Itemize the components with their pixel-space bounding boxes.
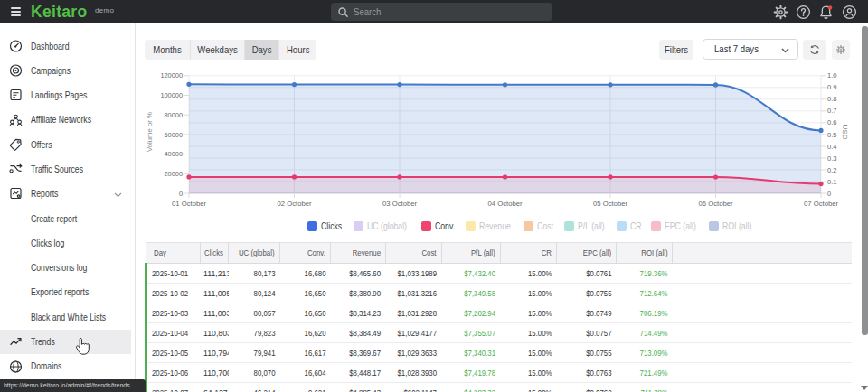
globe-icon [9,359,23,373]
sidebar: DashboardCampaignsLandings PagesAffiliat… [0,23,136,392]
period-select[interactable]: Last 7 days [703,39,798,60]
sidebar-item-black-and-white-lists[interactable]: Black and White Lists [0,304,131,329]
filters-button[interactable]: Filters [659,40,693,60]
legend-item-clicks[interactable]: Clicks [307,221,345,231]
menu-icon[interactable] [11,7,21,16]
table-row[interactable]: 2025-10-03111,00380,05716,650$8,314.23$1… [146,303,852,323]
account-icon[interactable] [842,5,857,20]
legend-item-conv-[interactable]: Conv. [421,221,458,231]
table-row[interactable]: 2025-10-05110,79479,94116,617$8,369.67$1… [146,343,852,363]
sidebar-item-trends[interactable]: Trends [0,330,131,354]
column-header-conv-[interactable]: Conv. [280,243,331,264]
sidebar-item-campaigns[interactable]: Campaigns [0,58,131,82]
search-input[interactable]: Search [331,3,552,21]
sidebar-item-label: Conversions log [31,262,96,273]
tab-hours[interactable]: Hours [279,40,317,60]
cell-uc-global-: 80,057 [229,303,280,323]
sidebar-item-clicks-log[interactable]: Clicks log [0,230,131,255]
legend-item-cr[interactable]: CR [617,221,643,231]
cell-p-l-all-: $7,355.07 [441,323,501,343]
column-header-epc-all-[interactable]: EPC (all) [557,243,617,264]
tab-months[interactable]: Months [145,40,191,60]
settings-icon[interactable] [773,5,788,20]
sidebar-item-label: Reports [31,188,62,199]
legend-item-cost[interactable]: Cost [524,221,556,231]
table-row[interactable]: 2025-10-04110,80379,82316,620$8,384.49$1… [146,323,852,343]
sidebar-item-affiliate-networks[interactable]: Affiliate Networks [0,107,131,132]
cell-conv-: 9,621 [280,383,331,392]
gear-icon [836,45,845,54]
trend-icon [9,335,23,349]
column-header-p-l-all-[interactable]: P/L (all) [441,243,501,264]
notifications-icon[interactable] [818,5,834,20]
column-header-spacer [673,243,852,264]
cell-clicks: 110,794 [201,343,229,363]
cell-uc-global-: 80,173 [229,264,280,284]
legend-item-roi-all-[interactable]: ROI (all) [709,221,756,231]
column-header-cr[interactable]: CR [501,243,557,264]
cell-epc-all-: $0.0757 [557,323,617,343]
legend-label: Revenue [479,221,515,231]
cell-p-l-all-: $7,349.58 [441,284,501,303]
scrollbar-down-arrow[interactable] [861,386,868,390]
legend-item-p-l-all-[interactable]: P/L (all) [564,221,609,231]
column-header-clicks[interactable]: Clicks [201,243,229,264]
report-icon [9,187,23,201]
table-row[interactable]: 2025-10-0764,13746,2149,621$4,885.43$602… [146,383,852,392]
table-row[interactable]: 2025-10-01111,21380,17316,680$8,465.60$1… [146,264,852,284]
chart-settings-button[interactable] [832,40,850,60]
people-icon [9,113,23,126]
cell-day: 2025-10-02 [146,284,201,303]
chart-legend: ClicksUC (global)Conv.RevenueCostP/L (al… [213,220,851,233]
table-row[interactable]: 2025-10-06110,70080,07016,604$8,448.17$1… [146,363,852,383]
app-logo[interactable]: Keitaro [31,2,87,22]
legend-item-uc-global-[interactable]: UC (global) [354,221,413,231]
cell-spacer [673,383,852,392]
table-row[interactable]: 2025-10-02111,00580,12416,650$8,380.90$1… [146,284,852,303]
svg-text:03 October: 03 October [382,200,417,208]
sidebar-item-offers[interactable]: Offers [0,132,131,156]
cell-roi-all-: 713.09% [617,343,673,363]
cell-day: 2025-10-04 [146,323,201,343]
cell-day: 2025-10-06 [146,363,201,383]
cell-day: 2025-10-05 [146,343,201,363]
sidebar-item-label: Offers [31,139,55,150]
svg-text:120000: 120000 [160,71,183,79]
sidebar-item-dashboard[interactable]: Dashboard [0,33,131,58]
cell-uc-global-: 79,823 [229,323,280,343]
column-header-uc-global-[interactable]: UC (global) [229,243,280,264]
svg-text:01 October: 01 October [172,200,206,208]
cell-cr: 15.00% [501,284,557,303]
sidebar-item-domains[interactable]: Domains [0,354,131,378]
legend-swatch [617,221,627,231]
sidebar-item-create-report[interactable]: Create report [0,206,131,230]
legend-label: Clicks [321,221,345,231]
scrollbar-thumb[interactable] [862,26,868,335]
sidebar-item-conversions-log[interactable]: Conversions log [0,256,131,280]
column-header-revenue[interactable]: Revenue [331,243,386,264]
legend-item-revenue[interactable]: Revenue [466,221,515,231]
topbar: Keitaro demo Search [0,0,868,23]
column-header-day[interactable]: Day [146,243,201,264]
help-icon[interactable] [796,5,811,20]
cell-revenue: $8,314.23 [331,303,386,323]
sidebar-item-reports[interactable]: Reports [0,182,131,206]
legend-label: Cost [537,221,556,231]
tab-days[interactable]: Days [245,40,279,60]
sidebar-item-traffic-sources[interactable]: Traffic Sources [0,156,131,181]
tab-weekdays[interactable]: Weekdays [191,40,245,60]
cell-roi-all-: 714.49% [617,323,673,343]
refresh-button[interactable] [803,40,826,60]
cell-epc-all-: $0.0749 [557,303,617,323]
cell-spacer [673,284,852,303]
cell-epc-all-: $0.0761 [557,264,617,284]
legend-swatch [709,221,719,231]
column-header-roi-all-[interactable]: ROI (all) [617,243,673,264]
svg-text:Volume or %: Volume or % [146,112,154,152]
sidebar-item-exported-reports[interactable]: Exported reports [0,280,131,304]
column-header-cost[interactable]: Cost [386,243,442,264]
sidebar-item-landings-pages[interactable]: Landings Pages [0,83,131,107]
cell-clicks: 111,005 [201,284,229,303]
svg-text:06 October: 06 October [699,200,733,208]
legend-item-epc-all-[interactable]: EPC (all) [651,221,701,231]
